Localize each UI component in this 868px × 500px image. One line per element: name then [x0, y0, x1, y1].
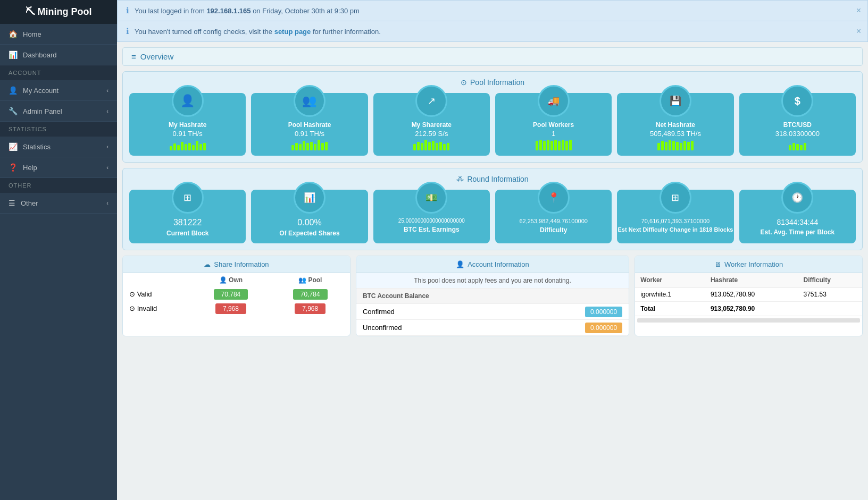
bar — [199, 144, 202, 150]
account-icon: 👤 — [456, 260, 464, 268]
card-value: 70,616,071,393.37100000 — [617, 218, 733, 224]
bar — [547, 140, 549, 150]
share-table: 👤 Own 👥 Pool ⊙ Valid — [123, 273, 350, 316]
setup-page-link[interactable]: setup page — [274, 28, 311, 36]
bar — [789, 145, 791, 150]
invalid-own-badge: 7,968 — [215, 303, 246, 314]
bar — [691, 141, 694, 150]
card-value: 212.59 S/s — [373, 130, 490, 138]
invalid-pool-badge: 7,968 — [295, 303, 326, 314]
bar — [657, 143, 660, 150]
bar — [188, 143, 191, 150]
bar — [432, 141, 435, 150]
own-valid: 70,784 — [191, 287, 270, 301]
bar — [804, 143, 806, 150]
share-info-card: ☁ Share Information 👤 Own 👥 Pool — [122, 256, 350, 336]
shares-icon: 📊 — [294, 182, 326, 214]
scrollbar[interactable] — [637, 318, 860, 323]
bar — [417, 142, 420, 150]
sidebar-item-home[interactable]: 🏠 Home — [0, 24, 117, 45]
chevron-icon: ‹ — [106, 108, 108, 114]
bar — [170, 146, 172, 150]
sidebar-item-label: Other — [21, 199, 38, 207]
round-icon: ⁂ — [456, 175, 464, 183]
card-title: Difficulty — [495, 226, 612, 234]
bar — [539, 140, 542, 150]
hashrate-chart — [251, 140, 368, 150]
hashrate-col-header: Hashrate — [705, 273, 798, 287]
bar — [683, 141, 686, 150]
card-value: 505,489.53 TH/s — [617, 130, 733, 138]
btc-earnings-card: 💵 25.00000000000000000000 BTC Est. Earni… — [373, 190, 490, 243]
bar — [687, 142, 690, 150]
card-title: Est. Avg. Time per Block — [739, 228, 856, 236]
card-value: 0.00% — [251, 218, 368, 227]
card-value: 62,253,982,449.76100000 — [495, 218, 612, 224]
table-row: igorwhite.1 913,052,780.90 3751.53 — [635, 287, 862, 302]
own-icon: 👤 — [219, 276, 227, 284]
net-hashrate-icon: 💾 — [660, 85, 691, 117]
close-button[interactable]: × — [856, 27, 861, 36]
target-icon: ⊙ — [461, 78, 467, 87]
bar — [310, 142, 313, 150]
bar — [181, 142, 183, 150]
valid-own-badge: 70,784 — [214, 289, 248, 300]
total-difficulty — [798, 302, 863, 316]
bar — [447, 143, 449, 150]
bar — [792, 143, 795, 150]
card-title: Current Block — [129, 230, 246, 237]
share-info-title: ☁ Share Information — [123, 256, 350, 273]
bar — [318, 140, 320, 150]
unconfirmed-label: Unconfirmed — [356, 320, 495, 336]
account-info-card: 👤 Account Information This pool does not… — [356, 256, 629, 336]
bar — [185, 144, 187, 150]
dashboard-icon: 📊 — [9, 50, 18, 59]
my-hashrate-icon: 👤 — [172, 85, 204, 117]
sidebar-item-admin-panel[interactable]: 🔧 Admin Panel ‹ — [0, 101, 117, 122]
col-pool-header: 👥 Pool — [271, 273, 350, 287]
bar — [325, 142, 328, 150]
bar — [439, 142, 442, 150]
card-value: 0.91 TH/s — [251, 130, 368, 138]
user-icon: 👤 — [9, 86, 18, 95]
chevron-icon: ‹ — [106, 164, 108, 171]
card-value: 318.03300000 — [739, 130, 856, 138]
alert-text: You haven't turned off config checks, vi… — [135, 28, 381, 36]
table-row: Confirmed 0.000000 — [356, 304, 629, 320]
bar — [299, 144, 302, 150]
bar — [796, 144, 799, 150]
overview-icon: ≡ — [131, 52, 136, 61]
pool-hashrate-card: 👥 Pool Hashrate 0.91 TH/s — [251, 93, 368, 156]
sidebar-item-label: Admin Panel — [23, 107, 62, 115]
worker-info-title: 🖥 Worker Information — [635, 256, 862, 273]
col-own-header: 👤 Own — [191, 273, 270, 287]
unconfirmed-value: 0.000000 — [495, 320, 629, 336]
block-icon: ⊞ — [172, 182, 204, 214]
row-label: ⊙ Valid — [123, 287, 191, 301]
sidebar-item-dashboard[interactable]: 📊 Dashboard — [0, 45, 117, 65]
bar — [303, 141, 305, 150]
close-button[interactable]: × — [856, 6, 861, 15]
pool-invalid: 7,968 — [271, 301, 350, 316]
card-value: 0.91 TH/s — [129, 130, 246, 138]
btc-usd-card: $ BTC/USD 318.03300000 — [739, 93, 856, 156]
sidebar-item-help[interactable]: ❓ Help ‹ — [0, 157, 117, 178]
bar — [306, 143, 309, 150]
pool-cards-row: 👤 My Hashrate 0.91 TH/s 👥 — [129, 93, 856, 156]
card-title: BTC Est. Earnings — [373, 226, 490, 233]
workers-chart — [495, 140, 612, 150]
card-title: BTC/USD — [739, 121, 856, 129]
bar — [569, 140, 572, 150]
card-value: 25.00000000000000000000 — [373, 218, 490, 224]
alert-text: You last logged in from 192.168.1.165 on… — [135, 7, 360, 15]
round-info-container: ⁂ Round Information ⊞ 381222 Current Blo… — [122, 168, 863, 250]
card-title: Net Hashrate — [617, 121, 733, 129]
sidebar-item-statistics[interactable]: 📈 Statistics ‹ — [0, 137, 117, 157]
bar — [669, 140, 671, 150]
chart-icon: 📈 — [9, 142, 18, 151]
sidebar-item-my-account[interactable]: 👤 My Account ‹ — [0, 80, 117, 101]
chevron-icon: ‹ — [106, 87, 108, 94]
total-hashrate: 913,052,780.90 — [705, 302, 798, 316]
pool-hashrate-icon: 👥 — [294, 85, 326, 117]
sidebar-item-other[interactable]: ☰ Other ‹ — [0, 193, 117, 214]
